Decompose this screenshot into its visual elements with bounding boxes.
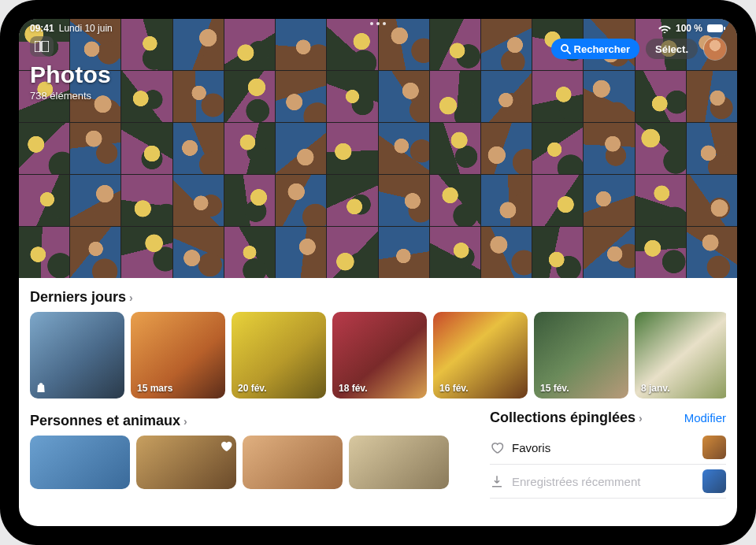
photo-thumbnail[interactable] xyxy=(276,227,326,278)
photo-thumbnail[interactable] xyxy=(481,175,532,226)
day-card[interactable]: 8 janv. xyxy=(635,312,726,399)
photo-thumbnail[interactable] xyxy=(224,175,275,226)
day-card[interactable]: 18 fév. xyxy=(332,312,427,399)
photo-thumbnail[interactable] xyxy=(584,175,634,226)
day-card[interactable]: 15 mars xyxy=(131,312,225,399)
photo-thumbnail[interactable] xyxy=(687,227,737,278)
recent-days-header[interactable]: Derniers jours › xyxy=(30,289,726,306)
heart-icon xyxy=(490,440,504,454)
people-pets-header[interactable]: Personnes et animaux › xyxy=(30,413,474,429)
photo-thumbnail[interactable] xyxy=(430,175,480,226)
photo-thumbnail[interactable] xyxy=(379,175,429,226)
recent-days-title: Derniers jours xyxy=(30,289,126,306)
pinned-row-thumb xyxy=(702,436,726,459)
grid-zoom-icon xyxy=(35,41,49,52)
day-card[interactable] xyxy=(30,312,124,399)
svg-rect-1 xyxy=(724,27,725,30)
photo-thumbnail[interactable] xyxy=(687,123,737,174)
photo-thumbnail[interactable] xyxy=(173,227,224,278)
pinned-row-favorites[interactable]: Favoris xyxy=(490,431,726,465)
person-card[interactable] xyxy=(136,436,236,489)
pinned-collections-list: Favoris Enregistrées récemment xyxy=(490,431,726,499)
day-card-label: 15 fév. xyxy=(540,383,569,394)
photo-thumbnail[interactable] xyxy=(70,227,120,278)
battery-icon xyxy=(707,24,726,33)
pinned-row-thumb xyxy=(702,469,726,493)
photo-thumbnail[interactable] xyxy=(19,227,69,278)
library-header: Photos 738 éléments Rechercher Sélect. xyxy=(19,36,737,102)
photo-thumbnail[interactable] xyxy=(687,175,737,226)
pinned-row-recently-saved[interactable]: Enregistrées récemment xyxy=(490,465,726,499)
photo-thumbnail[interactable] xyxy=(327,175,377,226)
person-card[interactable] xyxy=(243,436,343,489)
person-card[interactable] xyxy=(349,436,449,489)
photo-thumbnail[interactable] xyxy=(481,123,532,174)
photo-thumbnail[interactable] xyxy=(121,175,172,226)
photo-thumbnail[interactable] xyxy=(224,227,275,278)
photo-thumbnail[interactable] xyxy=(636,227,686,278)
photo-thumbnail[interactable] xyxy=(430,227,480,278)
photo-thumbnail[interactable] xyxy=(121,227,172,278)
day-card[interactable]: 20 fév. xyxy=(232,312,326,399)
edit-button[interactable]: Modifier xyxy=(684,411,726,425)
recent-days-strip[interactable]: 15 mars20 fév.18 fév.16 fév.15 fév.8 jan… xyxy=(30,312,726,399)
pinned-row-label: Enregistrées récemment xyxy=(512,475,695,488)
day-card[interactable]: 15 fév. xyxy=(534,312,628,399)
profile-avatar[interactable] xyxy=(704,38,726,60)
photo-thumbnail[interactable] xyxy=(327,227,377,278)
person-card[interactable] xyxy=(30,436,130,489)
status-time: 09:41 xyxy=(30,23,54,34)
photo-thumbnail[interactable] xyxy=(276,175,326,226)
svg-rect-3 xyxy=(42,41,49,52)
photo-thumbnail[interactable] xyxy=(532,123,583,174)
people-pets-strip[interactable] xyxy=(30,436,474,489)
item-count: 738 éléments xyxy=(30,90,111,102)
day-card-label: 8 janv. xyxy=(641,383,669,394)
search-label: Rechercher xyxy=(574,43,631,55)
photo-thumbnail[interactable] xyxy=(532,227,583,278)
multitask-indicator-icon[interactable] xyxy=(370,22,386,25)
wifi-icon xyxy=(658,24,671,33)
battery-percent: 100 % xyxy=(676,23,702,34)
photo-thumbnail[interactable] xyxy=(121,123,172,174)
day-card-label: 16 fév. xyxy=(439,383,468,394)
svg-rect-0 xyxy=(707,24,723,32)
photo-thumbnail[interactable] xyxy=(532,175,583,226)
pinned-collections-title: Collections épinglées xyxy=(490,410,636,426)
day-card[interactable]: 16 fév. xyxy=(433,312,528,399)
collections-panel: Derniers jours › 15 mars20 fév.18 fév.16… xyxy=(19,278,737,499)
ipad-frame: 09:41 Lundi 10 juin 100 % Photos 738 élé… xyxy=(0,0,756,545)
photo-thumbnail[interactable] xyxy=(173,175,224,226)
photo-thumbnail[interactable] xyxy=(379,227,429,278)
svg-rect-2 xyxy=(35,41,40,52)
photo-thumbnail[interactable] xyxy=(70,123,120,174)
photo-thumbnail[interactable] xyxy=(19,123,69,174)
chevron-right-icon: › xyxy=(183,415,187,428)
photo-thumbnail[interactable] xyxy=(327,123,377,174)
photo-thumbnail[interactable] xyxy=(173,123,224,174)
photo-thumbnail[interactable] xyxy=(584,123,634,174)
screen: 09:41 Lundi 10 juin 100 % Photos 738 élé… xyxy=(19,19,737,526)
people-pets-title: Personnes et animaux xyxy=(30,413,180,429)
page-title: Photos xyxy=(30,61,111,88)
heart-icon xyxy=(219,439,233,453)
status-date: Lundi 10 juin xyxy=(59,23,113,34)
photo-thumbnail[interactable] xyxy=(636,175,686,226)
photo-thumbnail[interactable] xyxy=(379,123,429,174)
photo-thumbnail[interactable] xyxy=(481,227,532,278)
search-button[interactable]: Rechercher xyxy=(551,39,640,59)
photo-thumbnail[interactable] xyxy=(276,123,326,174)
photo-thumbnail[interactable] xyxy=(19,175,69,226)
photo-thumbnail[interactable] xyxy=(224,123,275,174)
photo-thumbnail[interactable] xyxy=(70,175,120,226)
photo-thumbnail[interactable] xyxy=(430,123,480,174)
select-button[interactable]: Sélect. xyxy=(646,39,698,59)
pinned-collections-header[interactable]: Collections épinglées › xyxy=(490,410,643,426)
chevron-right-icon: › xyxy=(639,412,643,425)
photo-thumbnail[interactable] xyxy=(636,123,686,174)
day-card-label: 15 mars xyxy=(137,383,172,394)
download-icon xyxy=(490,474,504,488)
photo-thumbnail[interactable] xyxy=(584,227,634,278)
shopping-bag-icon xyxy=(35,381,47,394)
zoom-toggle-button[interactable] xyxy=(30,36,54,57)
